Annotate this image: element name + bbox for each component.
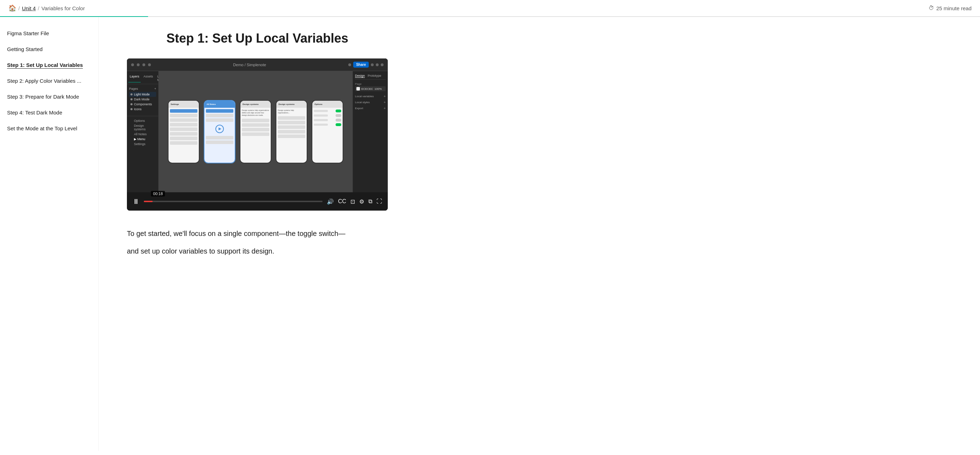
phone-list-item-3-1 <box>242 119 269 122</box>
pause-button[interactable]: ⏸ <box>132 198 140 206</box>
breadcrumb-sep-1: / <box>18 5 20 11</box>
sidebar-item-step2[interactable]: Step 2: Apply Color Variables ... <box>7 73 91 89</box>
video-player[interactable]: Demo / Simplenote Share <box>127 59 388 211</box>
transcript-icon[interactable]: ⊡ <box>350 198 355 205</box>
phone-option-row-2 <box>314 114 341 117</box>
phone-toggle-2 <box>336 114 341 117</box>
phone-play-triangle <box>219 127 221 130</box>
figma-page-dark[interactable]: Dark Mode <box>129 97 156 102</box>
figma-pages-header: Pages + <box>129 87 156 90</box>
option-label-2 <box>314 114 328 117</box>
figma-export-label: Export <box>355 107 363 110</box>
pages-add[interactable]: + <box>154 87 156 90</box>
figma-right-tab-design[interactable]: Design <box>355 74 365 78</box>
phone-list-item-4-5 <box>278 135 305 138</box>
sidebar-item-step4[interactable]: Step 4: Test Dark Mode <box>7 105 91 120</box>
figma-section-menu[interactable]: ▶ Menu <box>129 136 156 141</box>
figma-local-styles-plus[interactable]: + <box>383 100 386 104</box>
toolbar-icon-3 <box>142 63 145 66</box>
phone-list-item-3-3 <box>242 128 269 132</box>
option-label-4 <box>314 124 328 126</box>
figma-right-tabs: Design Prototype <box>355 74 386 79</box>
phone-list-item-2-4 <box>206 136 233 140</box>
figma-mockup: Demo / Simplenote Share <box>127 59 388 192</box>
read-time: ⏱ 25 minute read <box>929 5 972 11</box>
figma-page-light[interactable]: Light Mode <box>129 92 156 97</box>
video-time-tooltip: 00:18 <box>151 191 165 197</box>
figma-local-variables-plus[interactable]: + <box>383 94 386 98</box>
captions-icon[interactable]: CC <box>338 198 346 205</box>
sidebar: Figma Starter File Getting Started Step … <box>0 17 99 451</box>
sidebar-item-step3[interactable]: Step 3: Prepare for Dark Mode <box>7 89 91 105</box>
body-text: To get started, we'll focus on a single … <box>127 227 381 257</box>
settings-icon[interactable]: ⚙ <box>359 198 364 205</box>
phone-mockup-5: Options <box>312 100 344 163</box>
phone-header-1: Settings <box>169 101 199 108</box>
figma-local-variables-link[interactable]: Local variables + <box>355 94 386 99</box>
phone-list-item-2 <box>170 114 197 117</box>
figma-export-plus[interactable]: + <box>383 106 386 110</box>
figma-canvas: Settings <box>159 71 353 192</box>
sidebar-item-step1[interactable]: Step 1: Set Up Local Variables <box>7 57 91 73</box>
figma-section-notes[interactable]: All Notes <box>129 132 156 136</box>
video-progress-bar[interactable]: 00:18 <box>144 201 323 202</box>
video-controls-right: 🔊 CC ⊡ ⚙ ⧉ ⛶ <box>327 198 382 205</box>
phone-play-btn <box>206 125 233 133</box>
figma-page-icons[interactable]: Icons <box>129 107 156 112</box>
toolbar-code-icon <box>371 63 374 66</box>
phone-list-item-3 <box>170 118 197 122</box>
volume-icon[interactable]: 🔊 <box>327 198 334 205</box>
pip-icon[interactable]: ⧉ <box>368 198 372 205</box>
pages-label: Pages <box>129 87 138 90</box>
phone-screen-2: All Notes <box>204 101 235 163</box>
sidebar-item-figma-starter[interactable]: Figma Starter File <box>7 25 91 41</box>
figma-section-settings[interactable]: Settings <box>129 141 156 146</box>
figma-page-prop: Page ECECEC 100% <box>355 82 386 91</box>
toolbar-user-icon <box>348 63 351 66</box>
main-content: Step 1: Set Up Local Variables Demo / Si… <box>99 17 416 451</box>
phone-header-4: Design systems <box>276 101 307 108</box>
phone-mockup-1: Settings <box>168 100 199 163</box>
phone-screen-5: Options <box>312 101 343 163</box>
phone-mockup-4: Design systems Design systems help organ… <box>276 100 307 163</box>
toolbar-icon-4 <box>148 63 151 66</box>
phone-list-item-2-2 <box>206 114 233 117</box>
figma-toolbar: Demo / Simplenote Share <box>127 59 388 71</box>
sidebar-item-set-mode[interactable]: Set the Mode at the Top Level <box>7 120 91 136</box>
home-icon[interactable]: 🏠 <box>8 4 16 12</box>
phone-list-item-4 <box>170 123 197 127</box>
figma-panel-tabs: Layers Assets Light M... <box>127 74 158 84</box>
figma-sections: Options Design systems All Notes ▶ Menu … <box>127 116 158 146</box>
figma-export-link[interactable]: Export + <box>355 105 386 111</box>
option-label-1 <box>314 110 328 112</box>
body-paragraph-2: and set up color variables to support it… <box>127 245 381 257</box>
phone-toggle-3 <box>336 119 341 122</box>
figma-local-styles-link[interactable]: Local styles + <box>355 99 386 105</box>
phone-content-5 <box>312 108 343 163</box>
phone-toggle-1 <box>336 109 341 113</box>
phone-header-3: Design systems <box>240 101 271 108</box>
figma-page-components[interactable]: Components <box>129 102 156 107</box>
figma-color-swatch <box>356 87 360 90</box>
phone-toggle-4 <box>336 123 341 126</box>
share-button[interactable]: Share <box>353 62 369 68</box>
phone-list-item-4-4 <box>278 130 305 133</box>
phone-list-item-4-2 <box>278 121 305 124</box>
figma-section-design[interactable]: Design systems <box>129 123 156 132</box>
layout: Figma Starter File Getting Started Step … <box>0 17 980 451</box>
figma-right-tab-prototype[interactable]: Prototype <box>368 74 382 78</box>
toolbar-icon-2 <box>137 63 140 66</box>
unit-link[interactable]: Unit 4 <box>22 5 36 11</box>
phone-list-item-7 <box>170 136 197 140</box>
breadcrumb-sep-2: / <box>38 5 39 11</box>
phone-content-4: Design systems help organizations... <box>276 108 307 163</box>
phone-list-item-8 <box>170 141 197 145</box>
sidebar-item-getting-started[interactable]: Getting Started <box>7 41 91 57</box>
breadcrumb-current: Variables for Color <box>41 5 85 11</box>
figma-page-label: Page <box>355 82 386 86</box>
figma-tab-layers[interactable]: Layers <box>128 74 141 82</box>
figma-tab-assets[interactable]: Assets <box>142 74 154 82</box>
fullscreen-icon[interactable]: ⛶ <box>377 198 382 205</box>
phone-circle-play <box>215 125 224 133</box>
figma-section-options[interactable]: Options <box>129 118 156 123</box>
